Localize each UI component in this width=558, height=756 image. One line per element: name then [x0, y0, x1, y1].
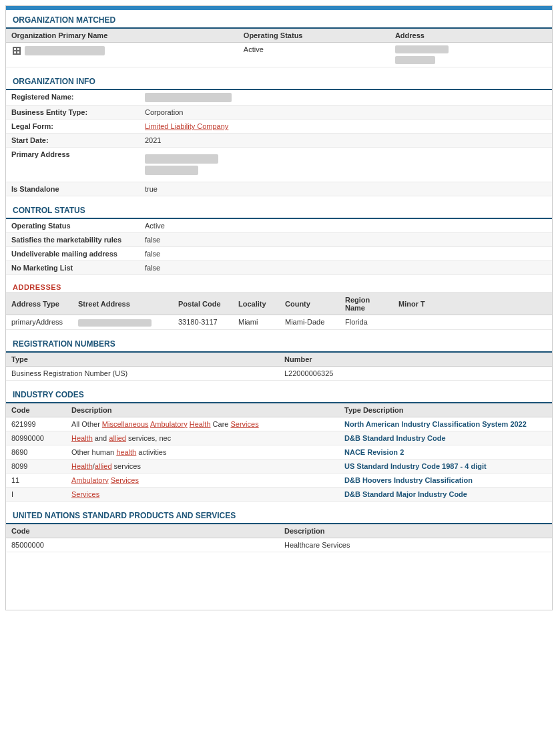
address-blurred-block: [395, 45, 523, 64]
svg-rect-3: [14, 51, 16, 53]
primary-address-blurred: [145, 150, 547, 179]
unspsc-header: UNITED NATIONS STANDARD PRODUCTS AND SER…: [6, 506, 552, 524]
start-date-label: Start Date:: [6, 134, 140, 148]
no-marketing-value: false: [140, 261, 552, 275]
reg-col-number: Number: [279, 353, 552, 367]
ic-code-cell: 11: [6, 473, 66, 487]
industry-codes-header: INDUSTRY CODES: [6, 385, 552, 403]
addr-type-cell: primaryAddress: [6, 315, 73, 330]
industry-code-row: IServicesD&B Standard Major Industry Cod…: [6, 487, 552, 501]
col-org-primary-name: Organization Primary Name: [6, 29, 238, 43]
org-matched-header: ORGANIZATION MATCHED: [6, 10, 552, 29]
control-status-header: CONTROL STATUS: [6, 200, 552, 219]
org-info-header: ORGANIZATION INFO: [6, 71, 552, 90]
addr-street-cell: [73, 315, 173, 330]
ic-type-cell: D&B Standard Industry Code: [339, 431, 552, 445]
ic-description-cell: Ambulatory Services: [66, 473, 339, 487]
svg-rect-0: [13, 47, 21, 55]
addr-minor-cell: [393, 315, 552, 330]
legal-form-value: Limited Liability Company: [140, 120, 552, 134]
undeliverable-value: false: [140, 247, 552, 261]
ctrl-operating-status-value: Active: [140, 219, 552, 233]
legal-form-label: Legal Form:: [6, 120, 140, 134]
reg-col-type: Type: [6, 353, 279, 367]
addr-col-region: Region Name: [340, 293, 393, 315]
ctrl-operating-status-label: Operating Status: [6, 219, 140, 233]
start-date-row: Start Date: 2021: [6, 134, 552, 148]
org-name-blurred: [25, 46, 105, 55]
org-matched-row: Active: [6, 43, 552, 67]
addr-col-locality: Locality: [233, 293, 280, 315]
addr-line2-blurred: [395, 56, 435, 64]
ic-description-cell: Health and allied services, nec: [66, 431, 339, 445]
primary-address-label: Primary Address: [6, 148, 140, 182]
paddr-line1: [145, 154, 218, 164]
svg-rect-4: [17, 51, 19, 53]
no-marketing-row: No Marketing List false: [6, 261, 552, 275]
marketability-row: Satisfies the marketability rules false: [6, 233, 552, 247]
svg-rect-1: [14, 48, 16, 50]
addr-col-street: Street Address: [73, 293, 173, 315]
org-icon: [11, 45, 105, 56]
street-blurred: [78, 319, 152, 327]
unspsc-col-code: Code: [6, 524, 279, 538]
addr-col-county: County: [280, 293, 340, 315]
industry-codes-table: Code Description Type Description 621999…: [6, 403, 552, 502]
ic-code-cell: I: [6, 487, 66, 501]
addr-county-cell: Miami-Dade: [280, 315, 340, 330]
marketability-label: Satisfies the marketability rules: [6, 233, 140, 247]
entity-type-value: Corporation: [140, 106, 552, 120]
ic-col-description: Description: [66, 403, 339, 417]
legal-form-link[interactable]: Limited Liability Company: [145, 122, 228, 130]
ic-description-cell: Health/allied services: [66, 459, 339, 473]
registered-name-row: Registered Name:: [6, 90, 552, 106]
ic-type-cell: NACE Revision 2: [339, 445, 552, 459]
entity-type-row: Business Entity Type: Corporation: [6, 106, 552, 120]
ic-code-cell: 8099: [6, 459, 66, 473]
org-primary-name-cell: [6, 43, 238, 67]
operating-status-cell: Active: [238, 43, 390, 67]
ic-description-cell: Services: [66, 487, 339, 501]
industry-code-row: 11Ambulatory ServicesD&B Hoovers Industr…: [6, 473, 552, 487]
legal-form-row: Legal Form: Limited Liability Company: [6, 120, 552, 134]
reg-number-cell: L22000006325: [279, 366, 552, 380]
no-marketing-label: No Marketing List: [6, 261, 140, 275]
addr-region-cell: Florida: [340, 315, 393, 330]
addr-line1-blurred: [395, 45, 449, 53]
address-cell: [390, 43, 529, 67]
ic-code-cell: 8690: [6, 445, 66, 459]
marketability-value: false: [140, 233, 552, 247]
ic-col-code: Code: [6, 403, 66, 417]
ic-code-cell: 621999: [6, 417, 66, 431]
svg-rect-2: [17, 48, 19, 50]
registration-numbers-header: REGISTRATION NUMBERS: [6, 334, 552, 353]
ic-type-cell: North American Industry Classification S…: [339, 417, 552, 431]
industry-code-row: 8690Other human health activitiesNACE Re…: [6, 445, 552, 459]
is-standalone-label: Is Standalone: [6, 182, 140, 196]
building-icon: [11, 45, 22, 56]
ic-description-cell: All Other Miscellaneous Ambulatory Healt…: [66, 417, 339, 431]
unspsc-description-cell: Healthcare Services: [279, 538, 552, 552]
address-row: primaryAddress 33180-3117 Miami Miami-Da…: [6, 315, 552, 330]
industry-code-row: 621999All Other Miscellaneous Ambulatory…: [6, 417, 552, 431]
control-status-table: Operating Status Active Satisfies the ma…: [6, 219, 552, 275]
undeliverable-label: Undeliverable mailing address: [6, 247, 140, 261]
addr-col-type: Address Type: [6, 293, 73, 315]
industry-code-row: 8099Health/allied servicesUS Standard In…: [6, 459, 552, 473]
col-extra: [529, 29, 552, 43]
col-address: Address: [390, 29, 529, 43]
primary-address-value: [140, 148, 552, 182]
addresses-subheader: ADDRESSES: [6, 279, 552, 293]
addresses-table: Address Type Street Address Postal Code …: [6, 293, 552, 330]
ic-type-cell: US Standard Industry Code 1987 - 4 digit: [339, 459, 552, 473]
registered-name-value: [140, 90, 552, 106]
unspsc-row: 85000000 Healthcare Services: [6, 538, 552, 552]
addr-locality-cell: Miami: [233, 315, 280, 330]
unspsc-table: Code Description 85000000 Healthcare Ser…: [6, 524, 552, 552]
org-info-table: Registered Name: Business Entity Type: C…: [6, 90, 552, 196]
primary-address-row: Primary Address: [6, 148, 552, 182]
ic-description-cell: Other human health activities: [66, 445, 339, 459]
addr-col-minor: Minor T: [393, 293, 552, 315]
industry-code-row: 80990000Health and allied services, necD…: [6, 431, 552, 445]
ic-type-cell: D&B Standard Major Industry Code: [339, 487, 552, 501]
